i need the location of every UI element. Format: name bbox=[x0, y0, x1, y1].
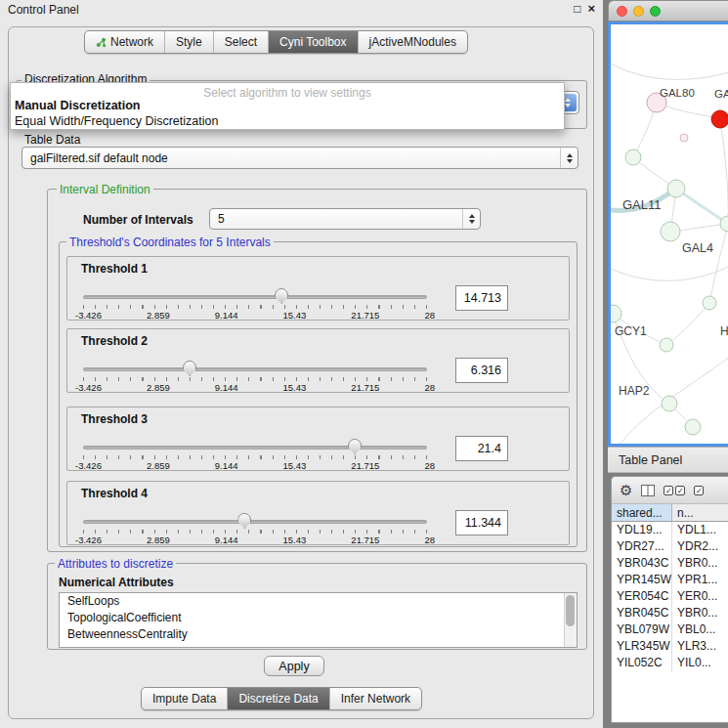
tab-network[interactable]: Network bbox=[85, 31, 165, 53]
table-row[interactable]: YER054CYER0... bbox=[612, 588, 728, 605]
threshold-value-field[interactable]: 21.4 bbox=[455, 436, 508, 461]
threshold-2-panel: Threshold 2 -3.426 2.859 9.144 15.43 21.… bbox=[66, 328, 570, 393]
column-header-shared-name[interactable]: shared... bbox=[612, 504, 672, 521]
table-data-combobox[interactable]: galFiltered.sif default node bbox=[21, 147, 578, 169]
interval-definition-title: Interval Definition bbox=[57, 183, 153, 196]
node-label-partial: H bbox=[720, 324, 728, 338]
node-label-gal4: GAL4 bbox=[682, 241, 713, 255]
threshold-1-panel: Threshold 1 -3.426 2.859 9.144 15.43 21.… bbox=[66, 256, 570, 321]
threshold-slider[interactable]: -3.426 2.859 9.144 15.43 21.715 28 bbox=[83, 361, 427, 392]
scale-label: 9.144 bbox=[215, 535, 238, 545]
columns-icon[interactable] bbox=[641, 485, 655, 496]
table-data-combobox-value: galFiltered.sif default node bbox=[22, 151, 560, 165]
network-window-titlebar[interactable] bbox=[608, 0, 728, 21]
network-node[interactable] bbox=[667, 180, 685, 197]
slider-track[interactable] bbox=[83, 446, 427, 450]
tab-cyni-toolbox[interactable]: Cyni Toolbox bbox=[269, 31, 358, 53]
table-row[interactable]: YDL19...YDL1... bbox=[612, 522, 728, 538]
network-node[interactable] bbox=[680, 134, 688, 142]
table-row[interactable]: YBL079WYBL0... bbox=[612, 621, 728, 638]
network-node[interactable] bbox=[661, 222, 680, 241]
list-scrollbar[interactable] bbox=[564, 593, 577, 647]
threshold-value-field[interactable]: 6.316 bbox=[455, 358, 508, 383]
slider-thumb[interactable] bbox=[237, 513, 251, 529]
option-manual-discretization[interactable]: Manual Discretization bbox=[15, 99, 141, 112]
close-window-icon[interactable] bbox=[617, 6, 627, 17]
table-row[interactable]: YLR345WYLR3... bbox=[612, 638, 728, 655]
threshold-slider[interactable]: -3.426 2.859 9.144 15.43 21.715 28 bbox=[83, 288, 427, 320]
tab-label: jActiveMNodules bbox=[369, 35, 456, 49]
tab-infer-network[interactable]: Infer Network bbox=[330, 688, 421, 709]
scrollbar-thumb[interactable] bbox=[566, 595, 575, 626]
scale-label: 21.715 bbox=[351, 382, 379, 393]
tab-impute-data[interactable]: Impute Data bbox=[142, 688, 228, 709]
table-toolbar: ⚙ ✓ ✓ ✓ bbox=[612, 477, 728, 504]
threshold-label: Threshold 2 bbox=[81, 334, 148, 348]
selected-network-node[interactable] bbox=[711, 110, 728, 128]
tab-discretize-data[interactable]: Discretize Data bbox=[228, 688, 329, 709]
network-node[interactable] bbox=[685, 419, 701, 435]
threshold-slider[interactable]: -3.426 2.859 9.144 15.43 21.715 28 bbox=[83, 513, 427, 544]
network-node[interactable] bbox=[703, 296, 716, 310]
scale-label: 15.43 bbox=[283, 382, 307, 393]
tab-select[interactable]: Select bbox=[214, 31, 269, 53]
edit-rows-icon[interactable]: ✓ bbox=[694, 486, 704, 495]
slider-thumb[interactable] bbox=[183, 361, 196, 376]
slider-track[interactable] bbox=[83, 367, 427, 371]
slider-track[interactable] bbox=[83, 520, 427, 524]
algorithm-dropdown-popup: Select algorithm to view settings Manual… bbox=[10, 82, 565, 130]
table-row[interactable]: YIL052CYIL0... bbox=[612, 655, 728, 671]
scale-label: 28 bbox=[424, 310, 435, 321]
network-node[interactable] bbox=[611, 305, 621, 322]
slider-scale: -3.426 2.859 9.144 15.43 21.715 28 bbox=[75, 310, 435, 321]
table-panel-header[interactable]: Table Panel bbox=[608, 447, 728, 473]
threshold-label: Threshold 1 bbox=[81, 262, 148, 276]
slider-track[interactable] bbox=[83, 295, 427, 299]
tab-label: Impute Data bbox=[152, 692, 216, 706]
list-item[interactable]: TopologicalCoefficient bbox=[60, 610, 577, 626]
minimize-window-icon[interactable] bbox=[633, 6, 644, 17]
zoom-window-icon[interactable] bbox=[650, 6, 661, 17]
column-header-name[interactable]: n... bbox=[672, 504, 728, 521]
table-row[interactable]: YDR27...YDR2... bbox=[612, 538, 728, 555]
control-panel-title: Control Panel bbox=[8, 3, 79, 17]
scale-label: 2.859 bbox=[147, 310, 170, 321]
algorithm-placeholder-option: Select algorithm to view settings bbox=[11, 86, 564, 100]
tab-jactivemnodules[interactable]: jActiveMNodules bbox=[359, 31, 467, 53]
network-canvas[interactable]: GAL80 GA GAL11 GAL4 GCY1 H HAP2 bbox=[608, 21, 728, 447]
network-node[interactable] bbox=[625, 150, 641, 165]
attributes-group-title: Attributes to discretize bbox=[55, 557, 176, 571]
float-window-icon[interactable]: □ bbox=[574, 2, 580, 16]
network-node[interactable] bbox=[660, 338, 673, 352]
number-of-intervals-combobox[interactable]: 5 bbox=[209, 208, 481, 230]
bottom-tab-bar: Impute Data Discretize Data Infer Networ… bbox=[141, 687, 422, 710]
table-row[interactable]: YBR045CYBR0... bbox=[612, 605, 728, 621]
list-item[interactable]: BetweennessCentrality bbox=[60, 626, 577, 643]
slider-ticks bbox=[83, 305, 427, 309]
tab-label: Cyni Toolbox bbox=[279, 35, 346, 49]
threshold-slider[interactable]: -3.426 2.859 9.144 15.43 21.715 28 bbox=[83, 439, 427, 470]
slider-ticks bbox=[83, 377, 427, 381]
select-columns-icon[interactable]: ✓ ✓ bbox=[664, 486, 685, 495]
tab-style[interactable]: Style bbox=[165, 31, 214, 53]
table-row[interactable]: YPR145WYPR1... bbox=[612, 572, 728, 588]
tab-label: Style bbox=[176, 35, 202, 49]
node-label-gal11: GAL11 bbox=[622, 197, 662, 212]
threshold-label: Threshold 4 bbox=[81, 487, 148, 500]
table-row[interactable]: YBR043CYBR0... bbox=[612, 555, 728, 572]
numerical-attributes-list: SelfLoops TopologicalCoefficient Between… bbox=[59, 592, 578, 648]
slider-thumb[interactable] bbox=[348, 439, 362, 454]
apply-button[interactable]: Apply bbox=[264, 656, 324, 676]
network-node[interactable] bbox=[662, 396, 677, 411]
threshold-value-field[interactable]: 14.713 bbox=[455, 285, 508, 311]
close-window-icon[interactable]: × bbox=[587, 2, 595, 16]
scale-label: 15.43 bbox=[283, 310, 307, 321]
threshold-value-field[interactable]: 11.344 bbox=[455, 510, 508, 535]
option-equal-width-frequency[interactable]: Equal Width/Frequency Discretization bbox=[15, 114, 218, 128]
scale-label: 15.43 bbox=[283, 460, 307, 471]
list-item[interactable]: SelfLoops bbox=[60, 593, 577, 610]
gear-icon[interactable]: ⚙ bbox=[620, 483, 632, 498]
slider-thumb[interactable] bbox=[275, 288, 288, 304]
tab-label: Network bbox=[110, 35, 153, 49]
scale-label: 15.43 bbox=[283, 535, 307, 545]
